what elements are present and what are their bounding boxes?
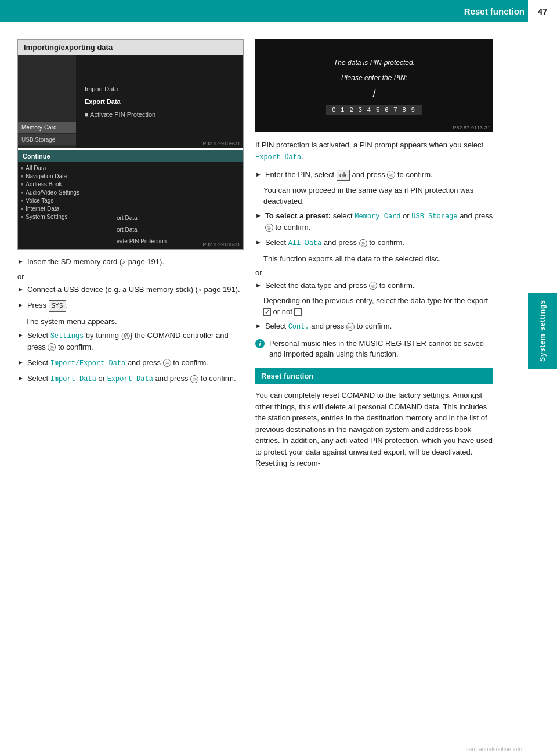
info-icon: i [255, 339, 265, 348]
bullet-text-1: Insert the SD memory card (▹ page 191). [27, 257, 244, 268]
top-header: Reset function 47 [0, 0, 557, 22]
checkbox-unchecked [294, 308, 302, 316]
right-bullets: ► Enter the PIN, select ok and press ◎ t… [255, 170, 493, 469]
bullet-select-import-export: ► Select Import/Export Data and press ◎ … [17, 358, 244, 369]
sc-right-pin: ■ Activate PIN Protection [82, 109, 237, 120]
bullet-select-alldata: ► Select All Data and press ◎ to confirm… [255, 237, 493, 249]
controller-press-icon-r4: ◎ [369, 282, 377, 290]
arrow-icon-r3: ► [255, 238, 262, 247]
bullet-select-preset: ► To select a preset: select Memory Card… [255, 211, 493, 233]
bullet-insert-sd: ► Insert the SD memory card (▹ page 191)… [17, 257, 244, 268]
bullet-text-r3: Select All Data and press ◎ to confirm. [265, 237, 493, 249]
controller-press-icon-r1: ◎ [387, 171, 395, 179]
top-screenshot-ref: P82.87-9109-31 [202, 141, 240, 146]
list-item-avideo: Audio/Video Settings [21, 189, 108, 196]
sc-right-ort2: ort Data [114, 225, 240, 235]
list-item-addressbook: Address Book [21, 181, 108, 188]
bullet-select-settings: ► Select Settings by turning {◎} the COM… [17, 330, 244, 352]
bullet-text-5: Select Import/Export Data and press ◎ to… [27, 358, 244, 369]
bullet-text-r4: Select the data type and press ◎ to conf… [265, 280, 493, 291]
header-title: Reset function [464, 6, 525, 16]
mono-exportdata-ref: Export Data [255, 153, 301, 161]
or-text-1: or [17, 272, 244, 281]
bullet-indent-r1: You can now proceed in the same way as i… [263, 185, 493, 207]
arrow-icon-6: ► [17, 374, 24, 383]
arrow-icon-r1: ► [255, 170, 262, 179]
bullet-text-r2: To select a preset: select Memory Card o… [265, 211, 493, 233]
pin-screenshot: The data is PIN-protected. Please enter … [255, 39, 493, 132]
bullet-text-4: Select Settings by turning {◎} the COMAN… [27, 330, 244, 352]
sc-right-menu: Import Data Export Data ■ Activate PIN P… [76, 55, 243, 148]
sc-list-right: ort Data ort Data vate PIN Protection [111, 162, 243, 249]
bullet-indent-r3: This function exports all the data to th… [263, 254, 493, 265]
mono-exportdata: Export Data [107, 375, 153, 383]
mono-cont: Cont. [288, 323, 309, 331]
info-text: Personal music files in the MUSIC REG-IS… [269, 339, 493, 361]
list-item-navdata: Navigation Data [21, 173, 108, 179]
pin-text-line1: The data is PIN-protected. [334, 57, 415, 68]
arrow-icon-r5: ► [255, 322, 262, 331]
bottom-screenshot-ref: P82.87-9106-31 [202, 242, 240, 247]
continue-label: Continue [23, 153, 98, 160]
reset-body-text: You can completely reset COMAND to the f… [255, 390, 493, 469]
mono-importdata: Import Data [50, 375, 96, 383]
pin-numbers: 0 1 2 3 4 5 6 7 8 9 [326, 105, 422, 115]
list-item-alldata: All Data [21, 165, 108, 171]
bullet-select-cont: ► Select Cont. and press ◎ to confirm. [255, 321, 493, 332]
right-sidebar: System settings [528, 22, 557, 756]
sc-right-export: Export Data [82, 96, 237, 107]
controller-press-icon-2: ◎ [163, 359, 171, 367]
bullet-text-2: Connect a USB device (e.g. a USB memory … [27, 285, 244, 296]
controller-press-icon-3: ◎ [190, 375, 198, 383]
pin-text-line2: Please enter the PIN: [341, 73, 407, 83]
info-block: i Personal music files in the MUSIC REG-… [255, 339, 493, 361]
mono-importexport: Import/Export Data [50, 359, 126, 368]
section-box: Importing/exporting data Memory Card USB… [17, 39, 244, 250]
watermark: carmanualsonline.info [466, 746, 522, 753]
arrow-icon-2: ► [17, 285, 24, 294]
pin-cursor: / [372, 88, 375, 100]
reset-section-header: Reset function [255, 368, 493, 384]
bullet-text-r1: Enter the PIN, select ok and press ◎ to … [265, 170, 493, 181]
arrow-icon-r2: ► [255, 211, 262, 221]
mono-alldata: All Data [288, 239, 322, 247]
bullet-text-3: Press SYS. [27, 300, 244, 312]
sc-menu-usb-storage: USB Storage [18, 134, 76, 145]
sc-list-left: All Data Navigation Data Address Book Au… [18, 162, 111, 249]
bullet-text-6: Select Import Data or Export Data and pr… [27, 373, 244, 384]
mono-memorycard: Memory Card [355, 213, 400, 221]
arrow-icon-3: ► [17, 301, 24, 310]
bullet-select-datatype: ► Select the data type and press ◎ to co… [255, 280, 493, 291]
sc-left-menu: Memory Card USB Storage [18, 55, 76, 148]
controller-turn-icon: {◎} [121, 331, 133, 340]
mono-usbstorage: USB Storage [411, 213, 457, 221]
bullet-press-sys: ► Press SYS. [17, 300, 244, 312]
section-box-content: Memory Card USB Storage Import Data Expo… [18, 55, 243, 249]
bullet-connect-usb: ► Connect a USB device (e.g. a USB memor… [17, 285, 244, 296]
bullet-indent-sys: The system menu appears. [26, 316, 244, 327]
mono-settings: Settings [50, 332, 84, 340]
main-content: Importing/exporting data Memory Card USB… [0, 22, 528, 481]
controller-press-icon-r5: ◎ [346, 323, 355, 331]
list-item-internet: Internet Data [21, 206, 108, 212]
bullet-select-import-or-export: ► Select Import Data or Export Data and … [17, 373, 244, 384]
arrow-icon-5: ► [17, 358, 24, 368]
bold-prefix-preset: To select a preset: [265, 211, 331, 220]
controller-press-icon-r3: ◎ [359, 239, 367, 247]
arrow-icon-4: ► [17, 331, 24, 340]
section-box-header: Importing/exporting data [18, 40, 243, 55]
right-column: The data is PIN-protected. Please enter … [255, 39, 493, 469]
sc-menu-memory-card: Memory Card [18, 122, 76, 133]
bullet-text-r5: Select Cont. and press ◎ to confirm. [265, 321, 493, 332]
ok-button: ok [337, 170, 350, 181]
intro-text: If PIN protection is activated, a PIN pr… [255, 139, 493, 163]
controller-press-icon-1: ◎ [48, 343, 56, 351]
bullet-indent-r4: Depending on the previous entry, select … [263, 296, 493, 318]
pin-screenshot-ref: P82.87-9113-31 [453, 125, 490, 131]
sc-right-ort1: ort Data [114, 213, 240, 223]
or-text-r: or [255, 268, 493, 277]
list-item-voicetags: Voice Tags [21, 197, 108, 204]
list-item-syssettings: System Settings [21, 214, 108, 220]
sys-button: SYS [49, 300, 66, 312]
page-number: 47 [528, 0, 557, 22]
